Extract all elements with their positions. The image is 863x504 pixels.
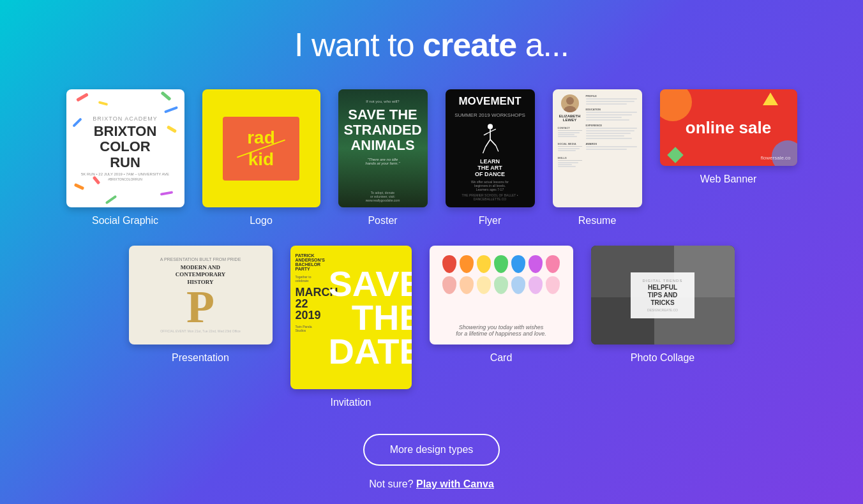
svg-line-3 <box>490 130 496 132</box>
svg-point-0 <box>487 124 492 130</box>
thumb-logo: rad kid <box>202 89 320 207</box>
label-card: Card <box>490 352 513 364</box>
svg-line-2 <box>483 132 490 135</box>
label-presentation: Presentation <box>172 352 229 364</box>
label-flyer: Flyer <box>479 215 502 226</box>
page-title: I want to create a... <box>294 26 569 64</box>
play-with-canva-link[interactable]: Play with Canva <box>416 478 494 489</box>
row-2: A PRESENTATION BUILT FROM PRIDE MODERN A… <box>129 246 735 408</box>
card-resume[interactable]: ELIZABETHLEWEY CONTACT SOCIAL MEDIA SKIL… <box>553 89 642 226</box>
card-web-banner[interactable]: online sale flowersale.co Web Banner <box>660 89 797 226</box>
thumb-web-banner: online sale flowersale.co <box>660 89 797 166</box>
thumb-resume: ELIZABETHLEWEY CONTACT SOCIAL MEDIA SKIL… <box>553 89 642 207</box>
label-social-graphic: Social Graphic <box>92 215 158 226</box>
svg-line-6 <box>483 147 485 154</box>
label-resume: Resume <box>578 215 617 226</box>
card-card[interactable]: Showering you today with wishesfor a lif… <box>430 246 573 408</box>
card-flyer[interactable]: MOVEMENTSUMMER 2019 WORKSHOPS LEARNTHE A… <box>446 89 535 226</box>
label-poster: Poster <box>368 215 397 226</box>
card-logo[interactable]: rad kid Logo <box>202 89 320 226</box>
card-photo-collage[interactable]: DIGITAL TRENDS HELPFULTIPS ANDTRICKS DES… <box>591 246 735 408</box>
play-cta: Not sure? Play with Canva <box>369 478 494 490</box>
svg-line-7 <box>495 145 498 151</box>
thumb-photo-collage: DIGITAL TRENDS HELPFULTIPS ANDTRICKS DES… <box>591 246 735 345</box>
thumb-presentation: A PRESENTATION BUILT FROM PRIDE MODERN A… <box>129 246 273 345</box>
dancer-icon <box>474 123 506 156</box>
more-design-types-button[interactable]: More design types <box>363 434 500 466</box>
thumb-poster: If not you, who will? SAVE THESTRANDEDAN… <box>338 89 428 207</box>
label-web-banner: Web Banner <box>700 174 757 185</box>
svg-line-4 <box>485 140 490 147</box>
thumb-social-graphic: BRIXTON ACADEMY BRIXTONCOLORRUN 5K RUN •… <box>66 89 184 207</box>
svg-line-5 <box>490 140 496 145</box>
thumb-invitation: PATRICKANDERSON'SBACHELORPARTY Together … <box>290 246 412 389</box>
svg-point-8 <box>566 97 574 105</box>
label-invitation: Invitation <box>330 397 371 408</box>
thumb-card: Showering you today with wishesfor a lif… <box>430 246 573 345</box>
svg-point-9 <box>564 106 576 112</box>
card-presentation[interactable]: A PRESENTATION BUILT FROM PRIDE MODERN A… <box>129 246 273 408</box>
resume-avatar <box>561 94 579 112</box>
card-poster[interactable]: If not you, who will? SAVE THESTRANDEDAN… <box>338 89 428 226</box>
row-1: BRIXTON ACADEMY BRIXTONCOLORRUN 5K RUN •… <box>66 89 797 226</box>
card-drops-decoration <box>442 255 560 294</box>
card-invitation[interactable]: PATRICKANDERSON'SBACHELORPARTY Together … <box>290 246 412 408</box>
label-photo-collage: Photo Collage <box>631 352 695 364</box>
not-sure-text: Not sure? <box>369 478 413 489</box>
label-logo: Logo <box>250 215 273 226</box>
card-social-graphic[interactable]: BRIXTON ACADEMY BRIXTONCOLORRUN 5K RUN •… <box>66 89 184 226</box>
thumb-flyer: MOVEMENTSUMMER 2019 WORKSHOPS LEARNTHE A… <box>446 89 535 207</box>
